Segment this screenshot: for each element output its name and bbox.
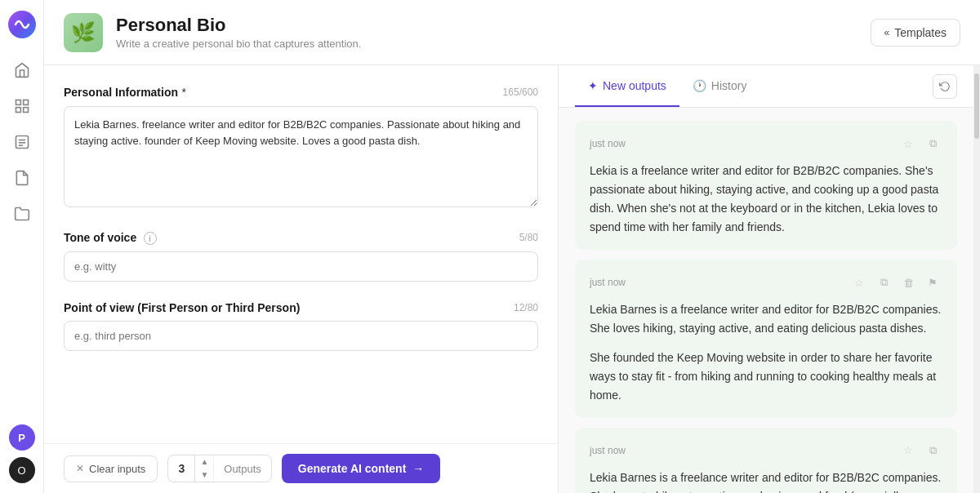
pov-input[interactable]: third person <box>64 321 538 351</box>
personal-info-label-row: Personal Information * 165/600 <box>64 85 538 100</box>
outputs-stepper: 3 ▲ ▼ Outputs <box>167 455 271 482</box>
x-icon: ✕ <box>76 463 84 474</box>
svg-rect-1 <box>16 100 20 105</box>
app-logo[interactable] <box>7 10 37 39</box>
personal-info-label-group: Personal Information * <box>64 85 186 100</box>
output-card-1-actions: ☆ ⧉ <box>898 134 942 153</box>
page-subtitle: Write a creative personal bio that captu… <box>116 38 361 50</box>
tone-label-row: Tone of voice i 5/80 <box>64 230 538 246</box>
clear-inputs-button[interactable]: ✕ Clear inputs <box>64 455 158 482</box>
clear-label: Clear inputs <box>89 463 145 475</box>
top-header: 🌿 Personal Bio Write a creative personal… <box>44 0 980 65</box>
bottom-icon[interactable]: O <box>9 457 35 483</box>
flag-icon-2[interactable]: ⚑ <box>923 273 942 292</box>
personal-info-count: 165/600 <box>503 87 538 98</box>
output-card-3-header-left: just now <box>590 445 626 456</box>
new-outputs-label: New outputs <box>603 79 666 92</box>
output-card-1-text: Lekia is a freelance writer and editor f… <box>590 162 942 237</box>
generate-label: Generate AI content <box>298 462 407 475</box>
copy-icon-2[interactable]: ⧉ <box>874 273 893 292</box>
header-left: 🌿 Personal Bio Write a creative personal… <box>64 13 361 52</box>
pov-field: Point of view (First Person or Third Per… <box>64 301 538 351</box>
sparkle-icon: ✦ <box>588 79 598 92</box>
output-card-1-header: just now ☆ ⧉ <box>590 134 942 153</box>
pov-count: 12/80 <box>514 302 538 313</box>
tone-field: Tone of voice i 5/80 witty <box>64 230 538 282</box>
output-time-3: just now <box>590 445 626 456</box>
clock-icon: 🕐 <box>693 79 706 92</box>
output-card-3-text: Lekia Barnes is a freelance writer and e… <box>590 469 942 493</box>
pov-label: Point of view (First Person or Third Per… <box>64 301 300 314</box>
history-label: History <box>711 79 747 92</box>
sidebar: P O <box>0 0 44 493</box>
delete-icon-2[interactable]: 🗑 <box>898 273 918 292</box>
output-card-1-header-left: just now <box>590 138 626 149</box>
output-header: ✦ New outputs 🕐 History <box>559 65 973 108</box>
output-time-2: just now <box>590 277 626 288</box>
copy-icon-1[interactable]: ⧉ <box>923 134 942 153</box>
svg-rect-2 <box>23 100 28 105</box>
output-card-2-header-left: just now <box>590 277 626 288</box>
stepper-up[interactable]: ▲ <box>195 455 213 469</box>
output-card-2-para-2: She founded the Keep Moving website in o… <box>590 349 942 405</box>
sidebar-item-grid[interactable] <box>7 91 37 121</box>
page-title: Personal Bio <box>116 15 361 36</box>
tab-history[interactable]: 🕐 History <box>679 65 760 107</box>
output-card-2-actions: ☆ ⧉ 🗑 ⚑ <box>849 273 942 292</box>
sidebar-item-file[interactable] <box>7 163 37 193</box>
pov-label-row: Point of view (First Person or Third Per… <box>64 301 538 314</box>
sidebar-item-document[interactable] <box>7 127 37 157</box>
star-icon-3[interactable]: ☆ <box>898 441 918 460</box>
tone-count: 5/80 <box>519 232 538 243</box>
chevrons-left-icon: « <box>884 27 890 38</box>
form-footer: ✕ Clear inputs 3 ▲ ▼ Outputs Generate AI… <box>44 443 558 493</box>
scrollbar-track <box>973 65 980 493</box>
stepper-down[interactable]: ▼ <box>195 469 213 482</box>
output-card-3-header: just now ☆ ⧉ <box>590 441 942 460</box>
templates-label: Templates <box>894 26 947 39</box>
tone-input[interactable]: witty <box>64 251 538 282</box>
generate-button[interactable]: Generate AI content → <box>282 454 441 483</box>
arrow-right-icon: → <box>412 462 424 475</box>
svg-rect-4 <box>16 108 20 113</box>
personal-info-textarea[interactable]: Lekia Barnes. freelance writer and edito… <box>64 106 538 207</box>
output-card-2-header: just now ☆ ⧉ 🗑 ⚑ <box>590 273 942 292</box>
output-card-1: just now ☆ ⧉ Lekia is a freelance writer… <box>575 121 957 250</box>
svg-rect-3 <box>23 108 28 113</box>
output-card-2: just now ☆ ⧉ 🗑 ⚑ Lekia Barnes is a freel… <box>575 260 957 417</box>
personal-info-field: Personal Information * 165/600 Lekia Bar… <box>64 85 538 211</box>
sidebar-item-home[interactable] <box>7 56 37 85</box>
output-tabs: ✦ New outputs 🕐 History <box>575 65 760 107</box>
output-card-3: just now ☆ ⧉ Lekia Barnes is a freelance… <box>575 428 957 493</box>
sidebar-item-folder[interactable] <box>7 199 37 229</box>
user-avatar[interactable]: P <box>9 424 35 451</box>
copy-icon-3[interactable]: ⧉ <box>923 441 942 460</box>
stepper-value: 3 <box>168 455 194 482</box>
templates-button[interactable]: « Templates <box>871 19 961 47</box>
personal-info-label: Personal Information <box>64 86 178 99</box>
output-card-3-actions: ☆ ⧉ <box>898 441 942 460</box>
output-time-1: just now <box>590 138 626 149</box>
output-card-3-para-1: Lekia Barnes is a freelance writer and e… <box>590 469 942 493</box>
star-icon-1[interactable]: ☆ <box>898 134 918 153</box>
outputs-label: Outputs <box>213 456 271 482</box>
personal-info-required: * <box>181 86 185 99</box>
refresh-button[interactable] <box>933 74 957 99</box>
star-icon-2[interactable]: ☆ <box>849 273 869 292</box>
output-card-1-para-1: Lekia is a freelance writer and editor f… <box>590 162 942 237</box>
tone-label-group: Tone of voice i <box>64 230 157 246</box>
output-panel: ✦ New outputs 🕐 History <box>559 65 973 493</box>
output-scroll: just now ☆ ⧉ Lekia is a freelance writer… <box>559 108 973 493</box>
form-scroll: Personal Information * 165/600 Lekia Bar… <box>44 65 558 443</box>
header-info: Personal Bio Write a creative personal b… <box>116 15 361 50</box>
output-card-2-text: Lekia Barnes is a freelance writer and e… <box>590 300 942 404</box>
content-split: Personal Information * 165/600 Lekia Bar… <box>44 65 980 493</box>
stepper-arrows: ▲ ▼ <box>194 455 213 482</box>
refresh-icon <box>939 81 951 92</box>
output-card-2-para-1: Lekia Barnes is a freelance writer and e… <box>590 300 942 338</box>
tab-new-outputs[interactable]: ✦ New outputs <box>575 65 679 107</box>
tone-label: Tone of voice <box>64 231 136 244</box>
tone-info-icon[interactable]: i <box>144 232 157 245</box>
form-panel: Personal Information * 165/600 Lekia Bar… <box>44 65 559 493</box>
scrollbar-thumb[interactable] <box>974 73 979 139</box>
